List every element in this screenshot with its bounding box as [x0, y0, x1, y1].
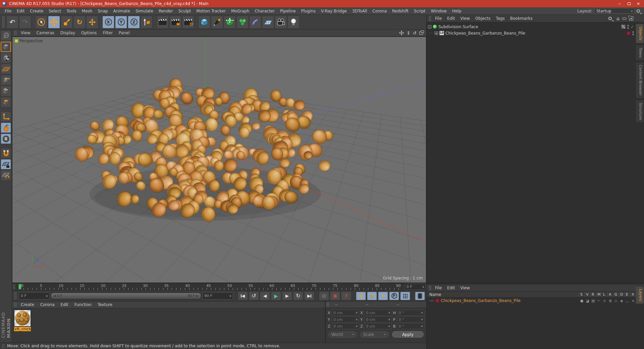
- live-selection-button[interactable]: [35, 16, 47, 29]
- search-icon[interactable]: [637, 9, 640, 13]
- add-deformer-button[interactable]: [249, 16, 261, 29]
- layer-toggle-icon--[interactable]: ×: [630, 299, 636, 303]
- material-preview[interactable]: [14, 310, 31, 327]
- tab-objects[interactable]: Objects: [636, 23, 644, 44]
- tweak-mode-button[interactable]: [1, 122, 11, 133]
- menu-item-render[interactable]: Render: [156, 8, 176, 14]
- objects-menu-item-view[interactable]: View: [458, 15, 472, 21]
- menu-item-3dtoall[interactable]: 3DToAll: [350, 8, 370, 14]
- current-frame-field[interactable]: 0 F ▲▼: [19, 292, 50, 300]
- menu-item-edit[interactable]: Edit: [14, 8, 27, 14]
- viewport-menu-item-panel[interactable]: Panel: [116, 30, 132, 36]
- menu-item-pipeline[interactable]: Pipeline: [277, 8, 299, 14]
- menu-item-select[interactable]: Select: [46, 8, 64, 14]
- object-row-chickpeas[interactable]: + L0 Chickpeas_Beans_Garbanzo_Beans_Pile: [428, 30, 636, 36]
- viewport-menu-item-cameras[interactable]: Cameras: [33, 30, 57, 36]
- coordinate-system-button[interactable]: [141, 16, 153, 29]
- tab-takes[interactable]: Takes: [636, 45, 644, 61]
- viewport-camera-label[interactable]: Perspective: [14, 39, 43, 43]
- viewport-canvas[interactable]: [12, 37, 426, 283]
- keyframe-selection-button[interactable]: ?: [341, 292, 351, 300]
- polygons-mode-button[interactable]: [1, 97, 11, 107]
- viewport-menu-item-options[interactable]: Options: [78, 30, 100, 36]
- dolly-view-icon[interactable]: ↕: [407, 31, 410, 35]
- expand-icon[interactable]: +: [435, 32, 438, 35]
- menu-item-file[interactable]: File: [2, 8, 14, 14]
- layers-grip[interactable]: [429, 286, 432, 290]
- timeline-grip[interactable]: [13, 284, 16, 289]
- play-button[interactable]: ▶: [271, 292, 281, 300]
- menu-item-mesh[interactable]: Mesh: [79, 8, 95, 14]
- eye-icon[interactable]: [622, 17, 627, 20]
- layer-color-swatch[interactable]: [435, 299, 439, 303]
- objects-menu-item-tags[interactable]: Tags: [493, 15, 507, 21]
- menu-item-character[interactable]: Character: [252, 8, 277, 14]
- goto-end-button[interactable]: ▶: [304, 292, 314, 300]
- key-scale-toggle[interactable]: [367, 292, 377, 300]
- key-rotation-toggle[interactable]: ↻: [378, 292, 388, 300]
- position-z-field[interactable]: 0 cm▲▼: [332, 323, 359, 329]
- layout-dropdown[interactable]: Startup ▾: [594, 8, 635, 14]
- model-mode-button[interactable]: [1, 42, 11, 52]
- transport-grip[interactable]: [14, 292, 17, 300]
- apply-button[interactable]: Apply: [392, 331, 424, 338]
- add-subdivision-surface-button[interactable]: [224, 16, 236, 29]
- key-parameter-toggle[interactable]: P: [389, 292, 399, 300]
- stepper-icon[interactable]: ▲▼: [229, 295, 231, 297]
- workplane-mode-button[interactable]: [1, 64, 11, 74]
- materials-grip[interactable]: [14, 302, 17, 307]
- rotation-h-field[interactable]: 0 °▲▼: [397, 310, 424, 316]
- menu-item-window[interactable]: Window: [428, 8, 449, 14]
- points-mode-button[interactable]: [1, 75, 11, 85]
- collapse-icon[interactable]: -: [428, 25, 431, 29]
- viewport-menu-item-filter[interactable]: Filter: [100, 30, 116, 36]
- move-tool-button[interactable]: [48, 16, 60, 29]
- visibility-dots-icon[interactable]: [632, 31, 634, 35]
- layer-name[interactable]: Chickpeas_Beans_Garbanzo_Beans_Pile: [441, 298, 579, 303]
- y-axis-lock-button[interactable]: Y: [115, 16, 127, 29]
- layer-toggle-icon--[interactable]: ◡: [625, 299, 630, 303]
- display-color-swatch[interactable]: [627, 31, 631, 35]
- layer-toggle-icon--[interactable]: ●: [579, 299, 585, 303]
- menu-item-mograph[interactable]: MoGraph: [228, 8, 252, 14]
- play-backwards-button[interactable]: ↺: [249, 292, 259, 300]
- rotation-b-field[interactable]: 0 °▲▼: [397, 323, 424, 329]
- previous-frame-button[interactable]: ◀: [260, 292, 270, 300]
- keyframe-presets-button[interactable]: [415, 292, 425, 300]
- menu-item-plugins[interactable]: Plugins: [299, 8, 318, 14]
- add-camera-button[interactable]: [275, 16, 287, 29]
- preview-range-slider[interactable]: ◀ 0 F 90 F ▶: [51, 293, 201, 299]
- add-panel-icon[interactable]: +: [629, 16, 633, 20]
- render-settings-button[interactable]: ⚙: [182, 16, 194, 29]
- scale-tool-button[interactable]: [61, 16, 73, 29]
- layer-toggle-icon--[interactable]: ≣: [607, 299, 613, 303]
- material-name[interactable]: VR_chick: [14, 327, 31, 331]
- autokey-button[interactable]: ◉: [330, 292, 340, 300]
- stepper-icon[interactable]: ▲▼: [422, 286, 424, 288]
- materials-menu-item-function[interactable]: Function: [71, 302, 95, 307]
- material-item[interactable]: VR_chick: [14, 310, 31, 331]
- menu-item-create[interactable]: Create: [27, 8, 46, 14]
- materials-menu-item-corona[interactable]: Corona: [37, 302, 58, 307]
- visibility-dots-icon[interactable]: [627, 25, 629, 29]
- viewport-menu-item-view[interactable]: View: [18, 30, 33, 36]
- layer-toggle-icon--[interactable]: ◈: [619, 299, 625, 303]
- layers-menu-item-view[interactable]: View: [458, 285, 472, 291]
- timeline-ruler[interactable]: 051015202530354045505560657075808590 0 F…: [12, 283, 426, 290]
- close-button[interactable]: ✕: [634, 1, 643, 7]
- perspective-viewport[interactable]: Perspective Grid Spacing : 1 cm Y X Z: [12, 37, 426, 283]
- current-frame-box[interactable]: 0 F ▲▼: [405, 284, 426, 290]
- coordinates-grip[interactable]: [326, 302, 329, 307]
- object-name[interactable]: Subdivision Surface: [438, 24, 478, 29]
- layer-toggle-icon[interactable]: [621, 24, 626, 29]
- menu-item-tools[interactable]: Tools: [64, 8, 79, 14]
- add-primitive-button[interactable]: [198, 16, 210, 29]
- coordinate-system-dropdown[interactable]: World▾: [328, 332, 357, 338]
- size-z-field[interactable]: 0 cm▲▼: [364, 323, 391, 329]
- layer-toggle-icon--[interactable]: ▤: [590, 299, 596, 303]
- planar-workplane-button[interactable]: [1, 170, 11, 181]
- menu-item-simulate[interactable]: Simulate: [133, 8, 156, 14]
- menu-item-motion-tracker[interactable]: Motion Tracker: [194, 8, 228, 14]
- size-y-field[interactable]: 0 cm▲▼: [364, 316, 391, 322]
- tab-content-browser[interactable]: Content Browser: [636, 62, 644, 99]
